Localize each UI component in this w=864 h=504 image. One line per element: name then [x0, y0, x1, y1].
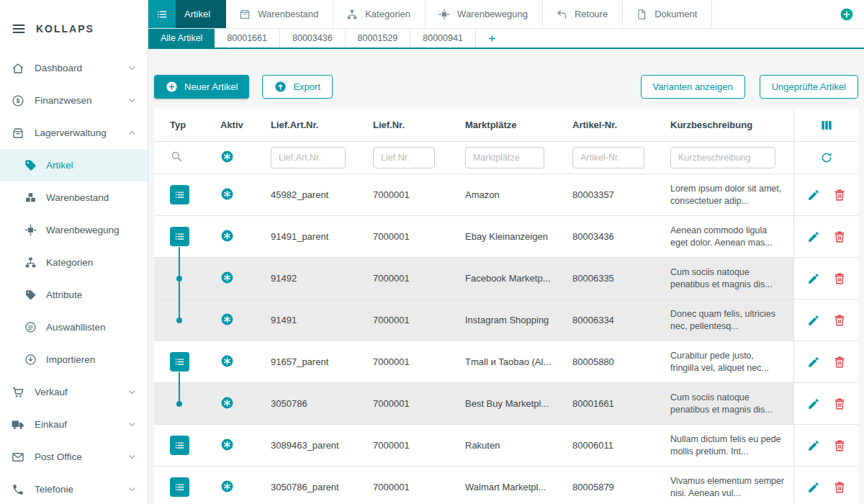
- child-node-dot: [176, 276, 182, 282]
- search-icon: [170, 150, 183, 163]
- row-type-button[interactable]: [170, 227, 189, 246]
- truck-icon: [12, 418, 24, 431]
- warehouse-icon: [12, 127, 24, 140]
- menu-icon[interactable]: [12, 22, 26, 36]
- article-tab-80001529[interactable]: 80001529: [346, 29, 411, 48]
- active-status-icon: [220, 187, 234, 201]
- table-row: 30507867000001Best Buy Marketpl...800016…: [154, 383, 858, 425]
- active-filter-icon[interactable]: [220, 150, 234, 163]
- col-artikel-nr: Artikel-Nr.: [555, 120, 653, 130]
- edit-button[interactable]: [807, 439, 820, 452]
- marktplatz-cell: Ebay Kleinanzeigen: [448, 231, 555, 242]
- sidebar-subitem-label: Warenbewegung: [46, 225, 120, 235]
- app-root: KOLLAPS Dashboard$FinanzwesenLagerverwal…: [0, 0, 864, 504]
- filter-marktplaetze-input[interactable]: [465, 147, 544, 168]
- row-type-button[interactable]: [170, 185, 189, 204]
- delete-button[interactable]: [833, 314, 846, 327]
- sidebar-item-dashboard[interactable]: Dashboard: [0, 52, 148, 84]
- delete-button[interactable]: [833, 230, 846, 243]
- delete-button[interactable]: [833, 481, 846, 494]
- article-tab-80000941[interactable]: 80000941: [410, 29, 476, 48]
- artikel-nr-cell: 80006011: [555, 440, 653, 451]
- refresh-button[interactable]: [820, 151, 833, 164]
- sidebar-subitem-auswahllisten[interactable]: Auswahllisten: [0, 311, 148, 343]
- artikel-nr-cell: 80006335: [555, 273, 653, 284]
- tab-dokument[interactable]: Dokument: [623, 0, 712, 28]
- article-tab-80001661[interactable]: 80001661: [215, 29, 280, 48]
- row-actions: [793, 300, 858, 341]
- add-tab-button[interactable]: [840, 7, 854, 22]
- delete-button[interactable]: [833, 189, 846, 202]
- filter-kurzbeschreibung-input[interactable]: [670, 147, 775, 168]
- sidebar-item-post-office[interactable]: Post Office: [0, 441, 148, 473]
- sidebar-item-telefonie[interactable]: Telefonie: [0, 473, 148, 504]
- kurzbeschreibung-cell: Cum sociis natoque penatibus et magnis d…: [653, 392, 793, 416]
- sidebar-item-label: Dashboard: [35, 63, 82, 73]
- row-actions: [793, 258, 858, 299]
- delete-button[interactable]: [833, 439, 846, 452]
- sidebar-subitem-warenbestand[interactable]: Warenbestand: [0, 181, 148, 214]
- article-tab-alle-artikel[interactable]: Alle Artikel: [148, 29, 215, 48]
- filter-lief-art-nr-input[interactable]: [271, 147, 346, 168]
- document-icon: [636, 9, 647, 20]
- main-area: ArtikelWarenbestandKategorienWarenbewegu…: [148, 0, 864, 504]
- filter-lief-nr-input[interactable]: [373, 147, 435, 168]
- edit-button[interactable]: [807, 272, 820, 285]
- sidebar-subitem-label: Kategorien: [46, 257, 93, 268]
- edit-button[interactable]: [807, 189, 820, 202]
- sidebar-subitem-attribute[interactable]: Attribute: [0, 279, 148, 311]
- sidebar-item-verkauf[interactable]: Verkauf: [0, 376, 148, 408]
- edit-button[interactable]: [807, 397, 820, 410]
- kurzbeschreibung-cell: Curabitur pede justo, fringilla vel, ali…: [653, 350, 793, 374]
- tree-connector-line: [179, 247, 180, 258]
- delete-button[interactable]: [833, 356, 846, 369]
- row-type-button[interactable]: [170, 436, 189, 455]
- export-button[interactable]: Export: [262, 75, 333, 99]
- sidebar-subitem-kategorien[interactable]: Kategorien: [0, 246, 148, 279]
- active-status-icon: [220, 271, 234, 284]
- unchecked-articles-label: Ungeprüfte Artikel: [772, 81, 846, 92]
- filter-typ-cell: [154, 150, 203, 166]
- filter-artikel-nr-input[interactable]: [572, 147, 644, 168]
- tab-kategorien[interactable]: Kategorien: [333, 0, 426, 28]
- sidebar-item-label: Lagerverwaltung: [35, 127, 107, 138]
- typ-cell: [154, 341, 203, 382]
- tab-retoure[interactable]: Retoure: [543, 0, 623, 28]
- chevron-down-icon: [127, 484, 138, 495]
- delete-button[interactable]: [833, 272, 846, 285]
- edit-button[interactable]: [807, 230, 820, 243]
- row-type-button[interactable]: [170, 352, 189, 372]
- marktplatz-cell: Rakuten: [448, 440, 555, 451]
- aktiv-cell: [203, 480, 253, 495]
- edit-button[interactable]: [807, 356, 820, 369]
- tab-warenbestand[interactable]: Warenbestand: [226, 0, 333, 28]
- tag-icon: [24, 159, 37, 171]
- article-tab-80003436[interactable]: 80003436: [280, 29, 346, 48]
- new-article-button[interactable]: Neuer Artikel: [154, 75, 249, 99]
- sidebar-item-lagerverwaltung[interactable]: Lagerverwaltung: [0, 117, 148, 149]
- table-row: 91657_parent7000001Tmall и Taobao (Al...…: [154, 341, 858, 383]
- tab-warenbewegung[interactable]: Warenbewegung: [426, 0, 543, 28]
- column-settings-button[interactable]: [819, 118, 834, 132]
- edit-button[interactable]: [807, 481, 820, 494]
- delete-button[interactable]: [833, 397, 846, 410]
- lief-art-nr-cell: 3050786: [253, 398, 356, 409]
- new-article-label: Neuer Artikel: [184, 81, 238, 92]
- active-status-icon: [220, 354, 234, 368]
- chevron-down-icon: [127, 387, 138, 397]
- sidebar-item-einkauf[interactable]: Einkauf: [0, 408, 148, 441]
- lief-nr-cell: 7000001: [356, 273, 448, 284]
- edit-button[interactable]: [807, 314, 820, 327]
- row-type-button[interactable]: [170, 477, 189, 497]
- add-article-tab-button[interactable]: [476, 29, 508, 48]
- sidebar-item-finanzwesen[interactable]: $Finanzwesen: [0, 84, 148, 117]
- lief-nr-cell: 7000001: [356, 315, 448, 325]
- artikel-nr-cell: 80003357: [555, 189, 653, 200]
- sidebar-subitem-warenbewegung[interactable]: Warenbewegung: [0, 214, 148, 246]
- show-variants-button[interactable]: Varianten anzeigen: [641, 75, 745, 99]
- sidebar-subitem-importieren[interactable]: Importieren: [0, 343, 148, 376]
- table-row: 3050786_parent7000001Walmart Marketpl...…: [154, 467, 858, 504]
- tab-artikel[interactable]: Artikel: [148, 0, 226, 28]
- unchecked-articles-button[interactable]: Ungeprüfte Artikel: [760, 75, 858, 99]
- sidebar-subitem-artikel[interactable]: Artikel: [0, 149, 148, 181]
